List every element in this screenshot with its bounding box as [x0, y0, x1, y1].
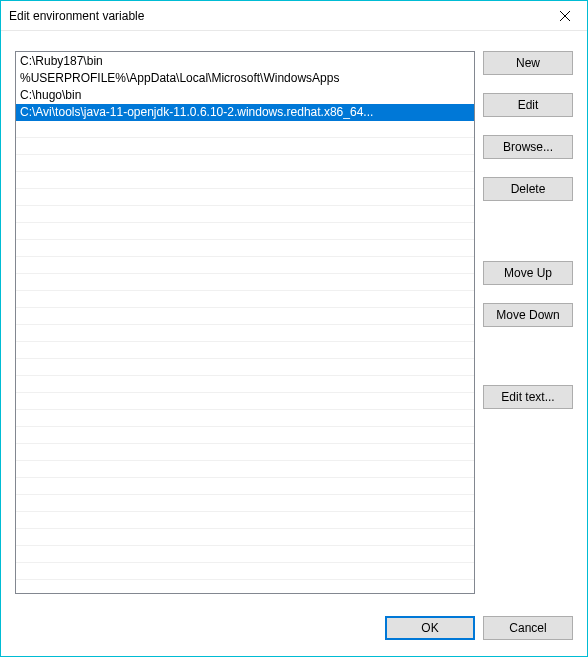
list-item[interactable]: %USERPROFILE%\AppData\Local\Microsoft\Wi…: [16, 70, 474, 87]
move-down-button[interactable]: Move Down: [483, 303, 573, 327]
cancel-button[interactable]: Cancel: [483, 616, 573, 640]
edit-text-button[interactable]: Edit text...: [483, 385, 573, 409]
path-listbox[interactable]: C:\Ruby187\bin%USERPROFILE%\AppData\Loca…: [15, 51, 475, 594]
edit-button[interactable]: Edit: [483, 93, 573, 117]
main-row: C:\Ruby187\bin%USERPROFILE%\AppData\Loca…: [15, 51, 573, 594]
new-button[interactable]: New: [483, 51, 573, 75]
close-icon: [560, 11, 570, 21]
window-title: Edit environment variable: [9, 9, 542, 23]
ok-button[interactable]: OK: [385, 616, 475, 640]
dialog-footer: OK Cancel: [15, 594, 573, 642]
titlebar: Edit environment variable: [1, 1, 587, 31]
move-up-button[interactable]: Move Up: [483, 261, 573, 285]
close-button[interactable]: [542, 1, 587, 31]
list-item[interactable]: C:\Avi\tools\java-11-openjdk-11.0.6.10-2…: [16, 104, 474, 121]
dialog-content: C:\Ruby187\bin%USERPROFILE%\AppData\Loca…: [1, 31, 587, 656]
list-item[interactable]: C:\hugo\bin: [16, 87, 474, 104]
button-column: New Edit Browse... Delete Move Up Move D…: [483, 51, 573, 594]
list-inner: C:\Ruby187\bin%USERPROFILE%\AppData\Loca…: [16, 52, 474, 593]
delete-button[interactable]: Delete: [483, 177, 573, 201]
list-item[interactable]: C:\Ruby187\bin: [16, 53, 474, 70]
browse-button[interactable]: Browse...: [483, 135, 573, 159]
